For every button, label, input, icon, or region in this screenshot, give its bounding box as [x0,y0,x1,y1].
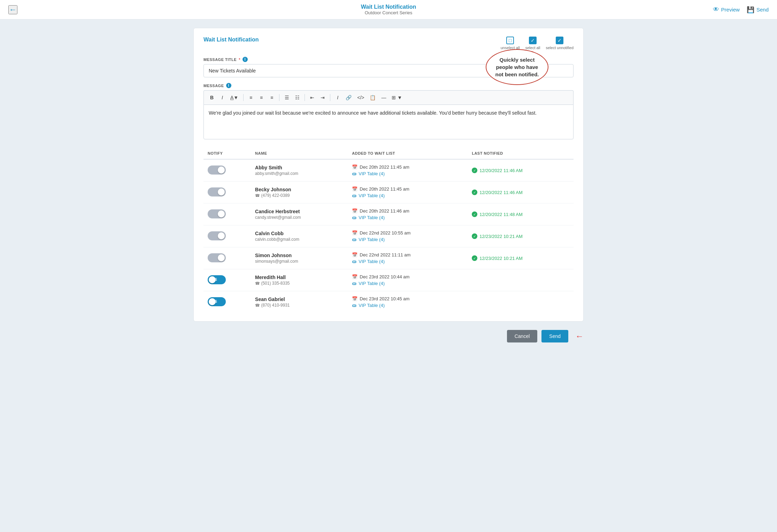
footer-actions: Cancel Send ← [193,330,584,342]
table-header: NOTIFY NAME ADDED TO WAIT LIST LAST NOTI… [203,148,574,159]
calendar-icon-0: 📅 [352,164,357,170]
wait-date-3: 📅 Dec 22nd 2022 10:55 am [352,230,463,236]
cancel-button[interactable]: Cancel [507,330,538,342]
list-ol-button[interactable]: ☷ [293,93,302,102]
table-row: YES Meredith Hall ☎ (501) 335-8335 📅 Dec… [203,269,574,291]
name-cell-4: Simon Johnson simonsays@gmail.com [251,247,348,269]
table-row: NO Simon Johnson simonsays@gmail.com 📅 D… [203,247,574,269]
align-center-button[interactable]: ≡ [257,93,266,102]
toolbar-divider-3 [305,94,305,101]
toggle-switch-1[interactable]: NO [208,187,226,196]
card-title: Wait List Notification [203,37,259,43]
message-body-group: MESSAGE i B I A ▼ ≡ ≡ ≡ ☰ ☷ ⇤ ⇥ I 🔗 < [203,83,574,139]
wait-ticket-2[interactable]: 🎟 VIP Table (4) [352,215,463,220]
ticket-text-2: VIP Table (4) [359,215,385,220]
wait-ticket-1[interactable]: 🎟 VIP Table (4) [352,193,463,198]
back-button[interactable]: ← [8,5,17,14]
indent-more-button[interactable]: ⇥ [318,93,327,102]
added-cell-6: 📅 Dec 23rd 2022 10:45 am 🎟 VIP Table (4) [348,291,468,313]
message-editor[interactable]: We're glad you joined our wait list beca… [203,105,574,139]
select-unnotified-icon: ✓ [556,37,563,44]
ticket-text-1: VIP Table (4) [359,193,385,198]
ticket-text-5: VIP Table (4) [359,281,385,286]
wait-ticket-5[interactable]: 🎟 VIP Table (4) [352,281,463,286]
table-button[interactable]: ⊞ ▼ [390,93,404,102]
notified-check-4: ✓ [472,255,477,261]
notified-check-2: ✓ [472,211,477,217]
calendar-icon-4: 📅 [352,252,357,257]
toggle-switch-6[interactable]: YES [208,297,226,306]
toggle-label-3: NO [218,234,223,238]
notified-check-0: ✓ [472,168,477,173]
select-unnotified-control[interactable]: ✓ select unnotified [546,37,574,50]
ticket-icon-0: 🎟 [352,171,356,176]
wait-date-text-0: Dec 20th 2022 11:45 am [360,164,409,170]
notified-date-3: 12/23/2022 10:21 AM [479,234,523,239]
notified-cell-2: ✓ 12/20/2022 11:48 AM [468,203,574,225]
notified-badge-2: ✓ 12/20/2022 11:48 AM [472,211,569,217]
save-icon: 💾 [747,6,754,14]
toggle-switch-3[interactable]: NO [208,231,226,240]
toggle-label-0: NO [218,168,223,172]
wait-ticket-4[interactable]: 🎟 VIP Table (4) [352,259,463,264]
added-cell-1: 📅 Dec 20th 2022 11:45 am 🎟 VIP Table (4) [348,182,468,203]
list-ul-button[interactable]: ☰ [282,93,291,102]
toggle-label-5: YES [210,278,217,282]
ticket-icon-4: 🎟 [352,259,356,264]
indent-less-button[interactable]: ⇤ [308,93,317,102]
added-cell-0: 📅 Dec 20th 2022 11:45 am 🎟 VIP Table (4) [348,159,468,182]
app-header: ← Wait List Notification Outdoor Concert… [0,0,777,20]
message-title-info-icon: i [243,57,248,62]
wait-ticket-6[interactable]: 🎟 VIP Table (4) [352,303,463,308]
bold-button[interactable]: B [207,93,216,102]
hr-button[interactable]: — [379,93,388,102]
ticket-icon-2: 🎟 [352,215,356,220]
ticket-icon-6: 🎟 [352,303,356,308]
code-button[interactable]: </> [355,93,366,102]
person-name-1: Becky Johnson [255,187,344,192]
unselect-all-icon: □ [506,37,514,44]
person-name-5: Meredith Hall [255,275,344,280]
notified-check-1: ✓ [472,190,477,195]
send-arrow-annotation: ← [575,331,584,341]
align-right-button[interactable]: ≡ [267,93,276,102]
wait-date-text-3: Dec 22nd 2022 10:55 am [360,230,410,236]
toggle-switch-2[interactable]: NO [208,209,226,218]
table-body: NO Abby Smith abby.smith@gmail.com 📅 Dec… [203,159,574,313]
toggle-cell-3: NO [203,225,251,247]
notified-badge-1: ✓ 12/20/2022 11:46 AM [472,190,569,195]
notified-cell-0: ✓ 12/20/2022 11:46 AM [468,159,574,182]
person-name-3: Calvin Cobb [255,231,344,236]
italic2-button[interactable]: I [333,93,342,102]
wait-date-2: 📅 Dec 20th 2022 11:46 am [352,208,463,214]
added-cell-4: 📅 Dec 22nd 2022 11:11 am 🎟 VIP Table (4) [348,247,468,269]
notified-date-1: 12/20/2022 11:46 AM [479,190,523,195]
clipboard-button[interactable]: 📋 [368,93,378,102]
select-all-control[interactable]: ✓ select all [525,37,540,50]
toggle-switch-4[interactable]: NO [208,253,226,262]
unselect-all-control[interactable]: □ unselect all [501,37,520,50]
toggle-switch-5[interactable]: YES [208,275,226,284]
wait-ticket-0[interactable]: 🎟 VIP Table (4) [352,171,463,176]
notified-cell-1: ✓ 12/20/2022 11:46 AM [468,182,574,203]
select-all-label: select all [525,46,540,50]
header-subtitle: Outdoor Concert Series [361,10,416,15]
select-unnotified-label: select unnotified [546,46,574,50]
toggle-label-4: NO [218,256,223,260]
select-all-icon: ✓ [529,37,537,44]
notified-check-3: ✓ [472,233,477,239]
underline-button[interactable]: A ▼ [228,93,240,102]
toggle-switch-0[interactable]: NO [208,165,226,175]
header-send-label: Send [756,7,769,13]
align-left-button[interactable]: ≡ [246,93,255,102]
toggle-label-1: NO [218,190,223,194]
table-row: YES Sean Gabriel ☎ (870) 410-9931 📅 Dec … [203,291,574,313]
italic-button[interactable]: I [218,93,227,102]
ticket-text-6: VIP Table (4) [359,303,385,308]
wait-date-text-1: Dec 20th 2022 11:45 am [360,186,409,192]
header-send-button[interactable]: 💾 Send [747,6,769,14]
send-button[interactable]: Send [541,330,568,342]
preview-button[interactable]: 👁 Preview [713,6,740,13]
wait-ticket-3[interactable]: 🎟 VIP Table (4) [352,237,463,242]
link-button[interactable]: 🔗 [344,93,354,102]
